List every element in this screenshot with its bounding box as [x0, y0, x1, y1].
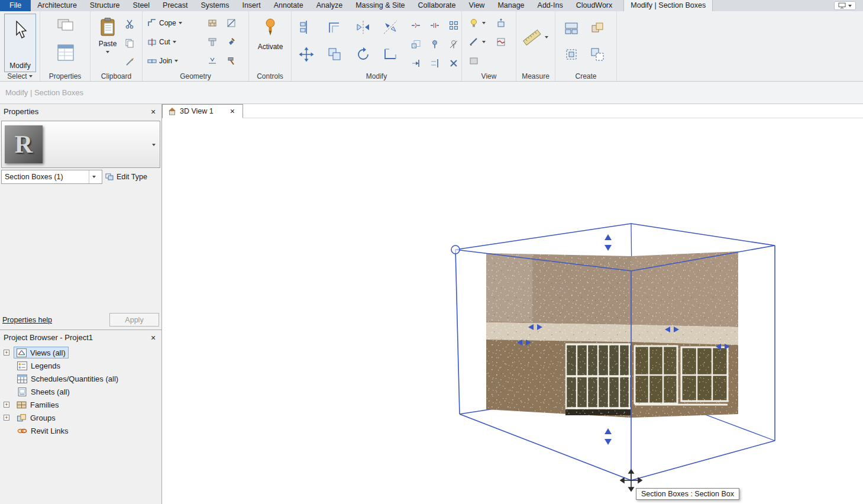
tree-item-views[interactable]: + Views (all)	[0, 346, 161, 359]
tab-modify-section-boxes[interactable]: Modify | Section Boxes	[623, 0, 713, 11]
create-parts-button[interactable]	[563, 20, 580, 37]
tree-item-label: Sheets (all)	[31, 387, 70, 396]
tab-precast[interactable]: Precast	[156, 0, 194, 11]
tab-massing-site[interactable]: Massing & Site	[349, 0, 411, 11]
cut-geometry-button[interactable]: Cut	[147, 37, 176, 47]
paint-button[interactable]	[225, 36, 237, 48]
tab-manage[interactable]: Manage	[491, 0, 531, 11]
tab-collaborate[interactable]: Collaborate	[412, 0, 463, 11]
measure-button[interactable]	[521, 25, 542, 49]
demolish-button[interactable]	[225, 55, 237, 67]
chevron-down-icon[interactable]	[545, 36, 548, 38]
chevron-down-icon	[92, 176, 96, 178]
tab-file[interactable]: File	[0, 0, 31, 11]
tab-structure[interactable]: Structure	[83, 0, 127, 11]
close-icon[interactable]: ×	[148, 107, 158, 117]
rotate-button[interactable]	[354, 46, 372, 63]
tab-analyze[interactable]: Analyze	[310, 0, 349, 11]
tab-architecture[interactable]: Architecture	[31, 0, 83, 11]
type-properties-button[interactable]	[56, 16, 75, 33]
tree-item-families[interactable]: + Families	[0, 398, 161, 411]
section-box-corner-handle[interactable]	[451, 245, 460, 254]
reveal-hidden-button[interactable]	[468, 17, 480, 29]
beam-column-joins-button[interactable]	[206, 36, 218, 48]
tree-item-label: Views (all)	[30, 348, 66, 357]
tree-item-sheets[interactable]: Sheets (all)	[0, 385, 161, 398]
combobox-arrow[interactable]	[89, 170, 99, 183]
copy-to-clipboard-button[interactable]	[124, 37, 135, 49]
mirror-draw-axis-button[interactable]	[382, 18, 399, 36]
expander-icon[interactable]: +	[4, 415, 9, 421]
align-button[interactable]	[298, 18, 315, 36]
close-icon[interactable]: ×	[148, 333, 158, 343]
type-selector[interactable]: R	[1, 121, 160, 168]
view-tab-3d-view-1[interactable]: 3D View 1 ×	[162, 104, 243, 118]
split-gap-button[interactable]	[429, 20, 441, 31]
move-button[interactable]	[298, 46, 315, 63]
modify-button[interactable]: Modify	[4, 14, 36, 72]
drawing-area[interactable]: 3D View 1 ×	[162, 104, 863, 504]
pin-button[interactable]	[429, 38, 441, 50]
cope-button[interactable]: Cope	[147, 18, 182, 28]
tab-annotate[interactable]: Annotate	[267, 0, 310, 11]
chevron-down-icon[interactable]	[152, 144, 156, 146]
activate-button[interactable]: Activate	[257, 14, 284, 72]
split-face-icon	[227, 18, 236, 28]
offset-button[interactable]	[326, 18, 344, 36]
linework-button[interactable]	[468, 36, 480, 48]
demolish-hammer-icon	[227, 56, 236, 66]
wall-joins-button[interactable]	[206, 17, 218, 29]
tab-steel[interactable]: Steel	[127, 0, 157, 11]
expander-icon[interactable]: +	[4, 350, 9, 356]
trim-extend-single-button[interactable]	[410, 57, 422, 69]
cut-profile-button[interactable]	[495, 36, 507, 48]
delete-button[interactable]	[448, 57, 460, 69]
apply-button[interactable]: Apply	[109, 313, 159, 327]
tab-insert[interactable]: Insert	[235, 0, 267, 11]
trim-corner-button[interactable]	[382, 46, 399, 63]
match-type-button[interactable]	[124, 56, 135, 68]
hide-in-view-button[interactable]	[468, 55, 480, 67]
project-browser: Project Browser - Project1 × + Views (al…	[0, 330, 161, 504]
cut-to-clipboard-button[interactable]	[124, 18, 135, 30]
chevron-down-icon[interactable]	[482, 41, 486, 43]
array-button[interactable]	[448, 20, 460, 31]
chevron-down-icon[interactable]	[482, 22, 486, 24]
measure-ruler-icon	[522, 27, 542, 47]
unpin-button[interactable]	[448, 38, 460, 50]
tab-systems[interactable]: Systems	[194, 0, 235, 11]
split-profile-button[interactable]	[206, 55, 218, 67]
create-similar-button[interactable]	[589, 46, 606, 63]
scale-button[interactable]	[410, 38, 422, 50]
split-face-button[interactable]	[225, 17, 237, 29]
tree-item-groups[interactable]: + Groups	[0, 411, 161, 424]
tree-item-selection[interactable]: Views (all)	[14, 347, 69, 358]
3d-scene[interactable]	[162, 118, 863, 504]
trim-extend-multiple-button[interactable]	[429, 57, 441, 69]
tab-cloudworx[interactable]: CloudWorx	[570, 0, 619, 11]
tab-view[interactable]: View	[463, 0, 492, 11]
tree-item-schedules[interactable]: Schedules/Quantities (all)	[0, 372, 161, 385]
properties-palette-button[interactable]	[55, 42, 76, 63]
ribbon-panel-modify: Modify	[292, 11, 462, 81]
join-button[interactable]: Join	[147, 56, 178, 66]
filter-combobox[interactable]: Section Boxes (1)	[1, 170, 102, 184]
expander-icon[interactable]: +	[4, 402, 9, 408]
tree-item-revit-links[interactable]: Revit Links	[0, 424, 161, 437]
split-element-button[interactable]	[410, 20, 422, 31]
create-group-button[interactable]	[563, 46, 580, 63]
close-icon[interactable]: ×	[228, 106, 237, 116]
properties-help-link[interactable]: Properties help	[2, 316, 52, 324]
edit-type-button[interactable]: Edit Type	[104, 170, 160, 184]
tab-add-ins[interactable]: Add-Ins	[531, 0, 570, 11]
tree-item-legends[interactable]: Legends	[0, 359, 161, 372]
display-options-button[interactable]	[834, 1, 856, 10]
panel-label-select[interactable]: Select	[0, 72, 40, 80]
paste-button[interactable]: Paste	[95, 14, 120, 72]
point-cloud[interactable]	[486, 251, 738, 418]
align-icon	[299, 20, 314, 35]
mirror-pick-axis-button[interactable]	[354, 18, 372, 36]
displace-elements-button[interactable]	[495, 17, 507, 29]
copy-button[interactable]	[326, 46, 344, 63]
create-assembly-button[interactable]	[589, 20, 606, 37]
